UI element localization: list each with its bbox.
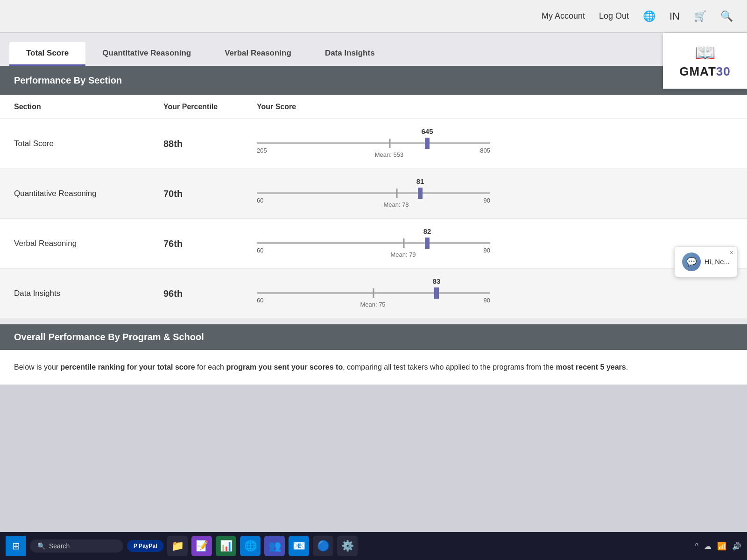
taskbar-app-onenote[interactable]: 📝 [191, 536, 212, 556]
performance-section-title: Performance By Section [14, 75, 122, 86]
logo-text: GMAT30 [679, 64, 731, 79]
col-header-percentile: Your Percentile [163, 103, 257, 111]
col-header-score: Your Score [257, 103, 733, 111]
tab-data-insights[interactable]: Data Insights [308, 42, 392, 66]
mean-tick-quant: Mean: 78 [396, 189, 398, 198]
cart-icon[interactable]: 🛒 [694, 10, 706, 22]
table-header-row: Section Your Percentile Your Score [0, 95, 747, 119]
logo-book-icon: 📖 [695, 43, 716, 63]
chat-popup: 💬 Hi, Ne... × [674, 246, 738, 277]
score-label-quant: 81 [416, 177, 424, 185]
taskbar-app-settings[interactable]: ⚙️ [337, 536, 358, 556]
taskbar-app-outlook[interactable]: 📧 [289, 536, 309, 556]
score-marker-quant [418, 188, 423, 199]
bar-track-verbal: 60 90 Mean: 79 [257, 242, 490, 244]
start-button[interactable]: ⊞ [6, 536, 26, 556]
bar-max-data: 90 [484, 297, 490, 304]
table-row: Data Insights 96th 83 60 90 Mean: 75 [0, 269, 747, 319]
mean-label-data: Mean: 75 [360, 301, 385, 308]
taskbar-app-chrome[interactable]: 🔵 [313, 536, 333, 556]
mean-tick-total: Mean: 553 [389, 139, 391, 148]
taskbar: ⊞ 🔍 Search P PayPal 📁 📝 📊 🌐 👥 📧 🔵 ⚙️ ^ ☁… [0, 532, 747, 560]
chat-greeting: Hi, Ne... [705, 258, 730, 266]
bar-min-data: 60 [257, 297, 263, 304]
mean-tick-verbal: Mean: 79 [403, 238, 405, 248]
windows-icon: ⊞ [12, 540, 20, 552]
overall-section-header: Overall Performance By Program & School [0, 324, 747, 350]
chat-close-button[interactable]: × [730, 249, 733, 256]
paypal-button[interactable]: P PayPal [127, 540, 163, 552]
table-row: Verbal Reasoning 76th 82 60 90 Mean: 79 [0, 219, 747, 269]
taskbar-search-icon: 🔍 [37, 542, 45, 550]
overall-description: Below is your percentile ranking for you… [0, 350, 747, 385]
percentile-verbal: 76th [163, 238, 257, 249]
taskbar-app-teams[interactable]: 👥 [264, 536, 285, 556]
score-marker-verbal [425, 238, 430, 249]
my-account-link[interactable]: My Account [542, 11, 585, 21]
taskbar-app-excel[interactable]: 📊 [216, 536, 236, 556]
top-navigation: My Account Log Out 🌐 IN 🛒 🔍 [0, 0, 747, 33]
score-label-verbal: 82 [423, 227, 431, 235]
performance-section-header: Performance By Section 📊 ⊞ [0, 66, 747, 95]
bar-min-quant: 60 [257, 197, 263, 204]
score-bar-quant: 81 60 90 Mean: 78 [257, 177, 490, 210]
taskbar-app-files[interactable]: 📁 [167, 536, 188, 556]
mean-label-verbal: Mean: 79 [390, 251, 416, 258]
section-name-data-insights: Data Insights [14, 289, 163, 298]
globe-icon[interactable]: 🌐 [643, 10, 655, 22]
gmat-logo: 📖 GMAT30 [663, 33, 747, 89]
section-name-verbal: Verbal Reasoning [14, 239, 163, 248]
score-label-total: 645 [421, 127, 433, 135]
taskbar-chevron-icon: ^ [695, 542, 698, 550]
overall-section-title: Overall Performance By Program & School [14, 332, 204, 342]
bar-track-data: 60 90 Mean: 75 [257, 292, 490, 294]
region-label: IN [669, 10, 680, 22]
mean-label-quant: Mean: 78 [383, 201, 409, 208]
percentile-data-insights: 96th [163, 288, 257, 299]
mean-tick-data: Mean: 75 [373, 288, 374, 298]
bar-track-quant: 60 90 Mean: 78 [257, 192, 490, 194]
taskbar-volume-icon: 🔊 [732, 542, 741, 551]
table-row: Quantitative Reasoning 70th 81 60 90 Mea… [0, 169, 747, 219]
bar-min-total: 205 [257, 147, 267, 154]
tabs-container: Total Score Quantitative Reasoning Verba… [0, 33, 747, 66]
taskbar-wifi-icon: 📶 [717, 542, 726, 551]
taskbar-right: ^ ☁ 📶 🔊 [695, 542, 741, 551]
percentile-quant: 70th [163, 189, 257, 199]
tab-total-score[interactable]: Total Score [9, 42, 85, 66]
bar-track-total: 205 805 Mean: 553 [257, 142, 490, 144]
search-icon[interactable]: 🔍 [720, 10, 733, 22]
score-label-data: 83 [433, 277, 441, 285]
percentile-total-score: 88th [163, 139, 257, 149]
bar-max-quant: 90 [484, 197, 490, 204]
taskbar-search[interactable]: 🔍 Search [30, 539, 123, 553]
bar-max-verbal: 90 [484, 247, 490, 254]
score-bar-verbal: 82 60 90 Mean: 79 [257, 227, 490, 260]
section-name-total-score: Total Score [14, 139, 163, 148]
score-bar-total-score: 645 205 805 Mean: 553 [257, 127, 490, 160]
score-bar-data-insights: 83 60 90 Mean: 75 [257, 277, 490, 310]
taskbar-cloud-icon: ☁ [704, 542, 712, 551]
bar-max-total: 805 [480, 147, 490, 154]
main-container: 📖 GMAT30 Total Score Quantitative Reason… [0, 33, 747, 385]
chat-avatar: 💬 [682, 252, 701, 271]
taskbar-search-label: Search [49, 542, 70, 550]
score-marker-total [425, 138, 430, 149]
overall-description-text: Below is your percentile ranking for you… [14, 361, 733, 373]
score-marker-data [434, 287, 439, 299]
mean-label-total: Mean: 553 [375, 151, 403, 158]
log-out-link[interactable]: Log Out [599, 11, 629, 21]
table-row: Total Score 88th 645 205 805 Mean: 553 [0, 119, 747, 169]
taskbar-app-edge[interactable]: 🌐 [240, 536, 261, 556]
tab-quantitative-reasoning[interactable]: Quantitative Reasoning [85, 42, 208, 66]
tab-verbal-reasoning[interactable]: Verbal Reasoning [208, 42, 308, 66]
col-header-section: Section [14, 103, 163, 111]
performance-table: Section Your Percentile Your Score Total… [0, 95, 747, 319]
bar-min-verbal: 60 [257, 247, 263, 254]
section-name-quant: Quantitative Reasoning [14, 189, 163, 198]
